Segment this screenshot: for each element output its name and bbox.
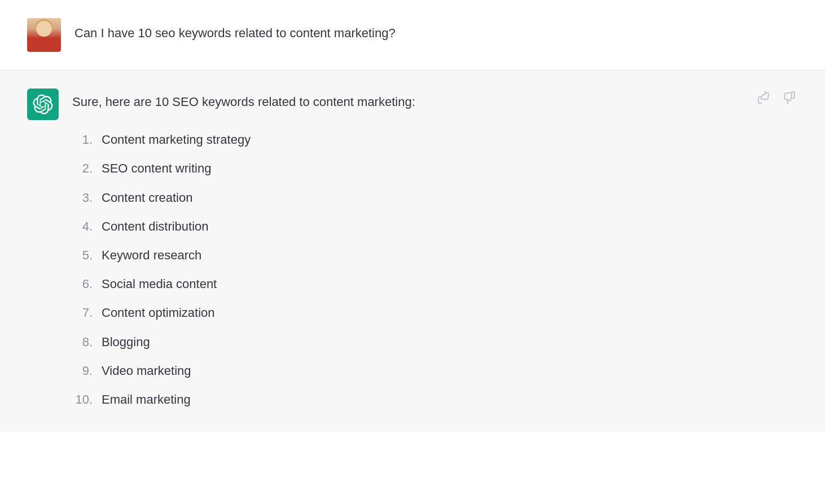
keyword-number: 5.	[72, 245, 93, 265]
keyword-number: 7.	[72, 303, 93, 322]
keyword-number: 4.	[72, 216, 93, 236]
keyword-item: 2.SEO content writing	[72, 154, 798, 183]
keyword-item: 5.Keyword research	[72, 241, 798, 269]
assistant-message-block: Sure, here are 10 SEO keywords related t…	[0, 70, 825, 432]
keyword-item: 6.Social media content	[72, 269, 798, 298]
user-avatar	[27, 18, 61, 52]
chatgpt-icon	[33, 94, 53, 114]
keyword-text: Keyword research	[102, 245, 201, 265]
keywords-list: 1.Content marketing strategy2.SEO conten…	[72, 125, 798, 414]
user-message-block: Can I have 10 seo keywords related to co…	[0, 0, 825, 70]
keyword-text: Social media content	[102, 274, 217, 294]
thumbs-down-button[interactable]	[780, 89, 798, 110]
keyword-text: Blogging	[102, 332, 150, 352]
thumbs-down-icon	[782, 91, 796, 104]
keyword-item: 3.Content creation	[72, 183, 798, 212]
assistant-content: Sure, here are 10 SEO keywords related t…	[72, 89, 798, 414]
keyword-text: Video marketing	[102, 361, 191, 381]
keyword-number: 8.	[72, 332, 93, 352]
keyword-text: Content distribution	[102, 216, 209, 236]
keyword-number: 10.	[72, 390, 93, 409]
keyword-number: 1.	[72, 130, 93, 149]
keyword-number: 6.	[72, 274, 93, 294]
feedback-buttons	[755, 89, 798, 110]
chat-container: Can I have 10 seo keywords related to co…	[0, 0, 825, 432]
keyword-item: 9.Video marketing	[72, 356, 798, 385]
chatgpt-avatar	[27, 89, 59, 120]
thumbs-up-icon	[757, 91, 771, 104]
keyword-text: Content marketing strategy	[102, 130, 251, 149]
assistant-intro: Sure, here are 10 SEO keywords related t…	[72, 92, 798, 112]
keyword-item: 4.Content distribution	[72, 212, 798, 241]
user-message-text: Can I have 10 seo keywords related to co…	[74, 18, 396, 42]
keyword-text: Content creation	[102, 188, 192, 207]
thumbs-up-button[interactable]	[755, 89, 773, 110]
keyword-item: 7.Content optimization	[72, 298, 798, 327]
keyword-item: 10.Email marketing	[72, 385, 798, 414]
keyword-text: SEO content writing	[102, 158, 211, 178]
keyword-number: 3.	[72, 188, 93, 207]
keyword-item: 8.Blogging	[72, 328, 798, 356]
keyword-number: 9.	[72, 361, 93, 381]
keyword-text: Content optimization	[102, 303, 215, 322]
keyword-item: 1.Content marketing strategy	[72, 125, 798, 154]
keyword-text: Email marketing	[102, 390, 191, 409]
keyword-number: 2.	[72, 158, 93, 178]
